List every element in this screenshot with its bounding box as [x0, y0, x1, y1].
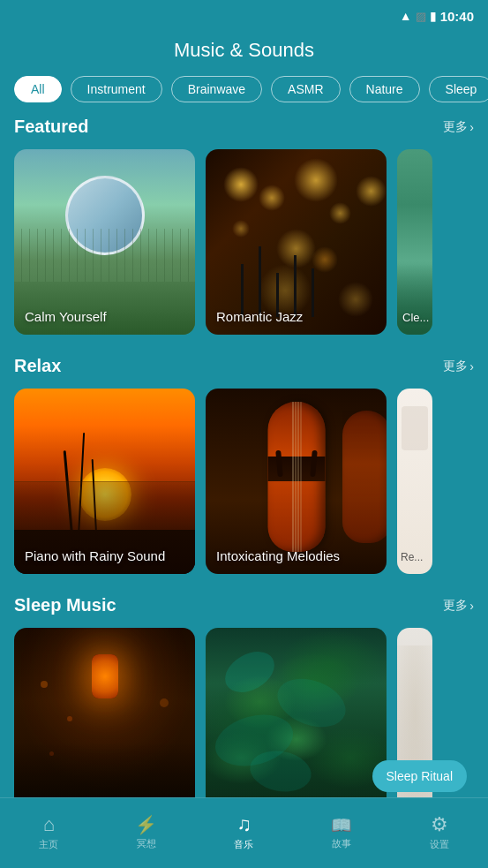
card-lantern[interactable] — [14, 628, 195, 813]
page-title: Music & Sounds — [174, 39, 314, 61]
featured-more[interactable]: 更多 › — [443, 119, 474, 135]
card-label-jazz: Romantic Jazz — [216, 309, 303, 324]
sleep-section: Sleep Music 更多 › — [14, 595, 474, 813]
relax-section-header: Relax 更多 › — [14, 356, 474, 376]
sleep-title: Sleep Music — [14, 595, 116, 615]
card-label-violin: Intoxicating Melodies — [216, 548, 340, 563]
chevron-right-icon: › — [469, 120, 474, 134]
home-icon: ⌂ — [43, 815, 55, 834]
sleep-section-header: Sleep Music 更多 › — [14, 595, 474, 615]
card-romantic-jazz[interactable]: Romantic Jazz — [206, 149, 387, 335]
filter-tabs: All Instrument Brainwave ASMR Nature Sle… — [0, 76, 488, 117]
card-clear-mountain-partial[interactable]: Cle... — [397, 149, 432, 335]
sleep-ritual-badge[interactable]: Sleep Ritual — [372, 760, 468, 792]
filter-tab-instrument[interactable]: Instrument — [71, 76, 162, 102]
relax-cards-row: Piano with Rainy Sound — [14, 389, 474, 574]
card-reiki-partial[interactable]: Re... — [397, 389, 432, 574]
wifi-icon: ▲ — [400, 9, 412, 23]
card-violin[interactable]: Intoxicating Melodies — [206, 389, 387, 574]
meditate-icon: ⚡ — [135, 816, 157, 834]
main-content: Featured 更多 › Calm Yourself — [0, 117, 488, 833]
sleep-cards-row: Sleep Ritual — [14, 628, 474, 813]
card-calm-yourself[interactable]: Calm Yourself — [14, 149, 195, 335]
status-bar: ▲ ▨ ▮ 10:40 — [0, 0, 488, 32]
nav-item-meditate[interactable]: ⚡ 冥想 — [98, 816, 196, 850]
featured-section-header: Featured 更多 › — [14, 117, 474, 137]
nav-label-music: 音乐 — [234, 838, 253, 851]
card-piano-rain[interactable]: Piano with Rainy Sound — [14, 389, 195, 574]
filter-tab-brainwave[interactable]: Brainwave — [171, 76, 262, 102]
card-label-calm: Calm Yourself — [25, 309, 107, 324]
page-header: Music & Sounds — [0, 32, 488, 76]
nav-item-home[interactable]: ⌂ 主页 — [0, 815, 98, 851]
filter-tab-asmr[interactable]: ASMR — [271, 76, 340, 102]
nav-label-meditate: 冥想 — [137, 837, 156, 850]
bottom-nav: ⌂ 主页 ⚡ 冥想 ♫ 音乐 📖 故事 ⚙ 设置 — [0, 797, 488, 868]
featured-title: Featured — [14, 117, 88, 137]
card-label-mountain-partial: Cle... — [402, 311, 429, 324]
card-label-piano: Piano with Rainy Sound — [25, 548, 165, 563]
card-leaves[interactable] — [206, 628, 387, 813]
chevron-right-icon-relax: › — [469, 359, 474, 374]
stories-icon: 📖 — [331, 817, 352, 834]
featured-cards-row: Calm Yourself — [14, 149, 474, 335]
nav-item-stories[interactable]: 📖 故事 — [293, 817, 391, 850]
status-icons: ▲ ▨ ▮ 10:40 — [400, 9, 474, 24]
status-time: 10:40 — [440, 9, 474, 24]
settings-icon: ⚙ — [431, 815, 448, 834]
nav-label-settings: 设置 — [430, 838, 449, 851]
signal-icon: ▨ — [416, 10, 426, 23]
nav-item-music[interactable]: ♫ 音乐 — [195, 815, 293, 851]
filter-tab-sleep[interactable]: Sleep — [429, 76, 488, 102]
nav-item-settings[interactable]: ⚙ 设置 — [390, 815, 488, 851]
relax-more[interactable]: 更多 › — [443, 359, 474, 374]
sleep-more[interactable]: 更多 › — [443, 598, 474, 614]
nav-label-home: 主页 — [39, 838, 58, 851]
music-icon: ♫ — [236, 815, 252, 834]
relax-title: Relax — [14, 356, 61, 376]
filter-tab-all[interactable]: All — [14, 76, 62, 102]
filter-tab-nature[interactable]: Nature — [349, 76, 420, 102]
chevron-right-icon-sleep: › — [469, 599, 474, 613]
card-label-reiki-partial: Re... — [401, 551, 423, 563]
nav-label-stories: 故事 — [332, 837, 351, 850]
battery-icon: ▮ — [430, 9, 437, 23]
